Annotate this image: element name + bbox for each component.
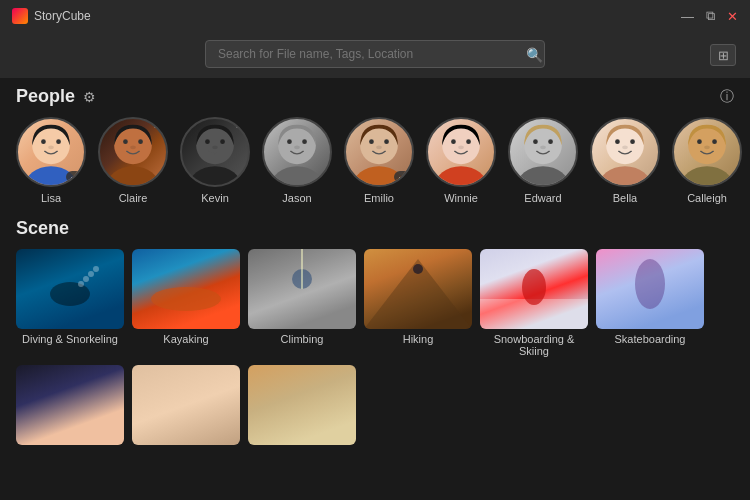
scene-item-skateboarding[interactable]: Skateboarding (596, 249, 704, 357)
svg-point-7 (123, 139, 128, 144)
svg-point-50 (151, 287, 221, 311)
scene-item-snowboarding-skiing[interactable]: Snowboarding & Skiing (480, 249, 588, 357)
avatar-svg (264, 117, 330, 187)
svg-point-5 (107, 166, 160, 187)
person-avatar-kevin: ✏ (180, 117, 250, 187)
person-item-calleigh[interactable]: Calleigh (672, 117, 742, 204)
app-title: StoryCube (34, 9, 91, 23)
person-edit-icon[interactable]: ✏ (236, 121, 244, 132)
avatar-svg (592, 117, 658, 187)
scene-svg (480, 249, 588, 329)
svg-point-18 (302, 139, 307, 144)
person-item-lisa[interactable]: ✏···Lisa (16, 117, 86, 204)
title-bar: StoryCube — ⧉ ✕ (0, 0, 750, 32)
scene-label: Skateboarding (596, 333, 704, 345)
scene-item-diving-snorkeling[interactable]: Diving & Snorkeling (16, 249, 124, 357)
avatar-face (264, 119, 330, 185)
person-item-bella[interactable]: Bella (590, 117, 660, 204)
svg-point-46 (78, 281, 84, 287)
scene-item-climbing[interactable]: Climbing (248, 249, 356, 357)
maximize-button[interactable]: ⧉ (706, 8, 715, 24)
people-row: ✏···Lisa✏Claire✏KevinJason···EmilioWinni… (16, 117, 734, 204)
close-button[interactable]: ✕ (727, 9, 738, 24)
person-name-winnie: Winnie (444, 192, 478, 204)
people-title: People (16, 86, 75, 107)
scene-svg (248, 249, 356, 329)
svg-point-32 (533, 139, 538, 144)
person-item-jason[interactable]: Jason (262, 117, 332, 204)
svg-point-57 (635, 259, 665, 309)
app-icon (12, 8, 28, 24)
person-more-button[interactable]: ··· (394, 171, 410, 183)
scene-svg (132, 249, 240, 329)
svg-point-35 (599, 166, 652, 187)
person-avatar-emilio: ··· (344, 117, 414, 187)
title-bar-left: StoryCube (12, 8, 91, 24)
scene-row2-item-2[interactable] (248, 365, 356, 449)
scene-title: Scene (16, 218, 734, 239)
person-avatar-winnie (426, 117, 496, 187)
svg-point-3 (56, 139, 61, 144)
person-name-emilio: Emilio (364, 192, 394, 204)
person-item-emilio[interactable]: ···Emilio (344, 117, 414, 204)
minimize-button[interactable]: — (681, 9, 694, 24)
search-icon[interactable]: 🔍 (526, 47, 543, 63)
scene-label: Diving & Snorkeling (16, 333, 124, 345)
scene-item-kayaking[interactable]: Kayaking (132, 249, 240, 357)
person-edit-icon[interactable]: ✏ (154, 121, 162, 132)
svg-point-4 (48, 145, 54, 149)
people-settings-icon[interactable]: ⚙ (83, 89, 96, 105)
scene-svg (364, 249, 472, 329)
people-info-icon[interactable]: ⓘ (720, 88, 734, 106)
scene-label: Climbing (248, 333, 356, 345)
svg-point-47 (83, 276, 89, 282)
scene-grid-row2 (16, 365, 734, 449)
svg-point-54 (413, 264, 423, 274)
scene-thumbnail (364, 249, 472, 329)
scene-thumbnail (16, 365, 124, 445)
svg-point-28 (466, 139, 471, 144)
person-avatar-bella (590, 117, 660, 187)
title-bar-controls[interactable]: — ⧉ ✕ (681, 8, 738, 24)
person-item-kevin[interactable]: ✏Kevin (180, 117, 250, 204)
svg-point-17 (287, 139, 292, 144)
header-right-icon[interactable]: ⊞ (710, 44, 736, 66)
people-title-group: People ⚙ (16, 86, 96, 107)
scene-row2-item-0[interactable] (16, 365, 124, 449)
avatar-svg (510, 117, 576, 187)
person-name-calleigh: Calleigh (687, 192, 727, 204)
svg-point-49 (93, 266, 99, 272)
scene-thumbnail (132, 249, 240, 329)
person-name-kevin: Kevin (201, 192, 229, 204)
svg-point-8 (138, 139, 143, 144)
avatar-face (510, 119, 576, 185)
search-bar-wrapper: 🔍 ⊞ (0, 32, 750, 78)
person-avatar-lisa: ✏··· (16, 117, 86, 187)
person-avatar-edward (508, 117, 578, 187)
scene-item-hiking[interactable]: Hiking (364, 249, 472, 357)
avatar-face (674, 119, 740, 185)
person-edit-icon[interactable]: ✏ (72, 121, 80, 132)
svg-point-34 (540, 145, 546, 149)
person-item-edward[interactable]: Edward (508, 117, 578, 204)
scene-label: Kayaking (132, 333, 240, 345)
svg-point-13 (220, 139, 225, 144)
person-item-claire[interactable]: ✏Claire (98, 117, 168, 204)
scene-grid-row1: Diving & SnorkelingKayakingClimbingHikin… (16, 249, 734, 357)
svg-point-40 (681, 166, 734, 187)
svg-point-24 (376, 145, 382, 149)
svg-point-30 (517, 166, 570, 187)
svg-point-15 (271, 166, 324, 187)
scene-row2-item-1[interactable] (132, 365, 240, 449)
svg-point-33 (548, 139, 553, 144)
main-content: People ⚙ ⓘ ✏···Lisa✏Claire✏KevinJason···… (0, 78, 750, 500)
svg-point-48 (88, 271, 94, 277)
scene-thumbnail (248, 365, 356, 445)
search-input[interactable] (205, 40, 545, 68)
person-name-claire: Claire (119, 192, 148, 204)
svg-point-56 (522, 269, 546, 305)
person-more-button[interactable]: ··· (66, 171, 82, 183)
person-item-winnie[interactable]: Winnie (426, 117, 496, 204)
svg-point-2 (41, 139, 46, 144)
scene-thumbnail (248, 249, 356, 329)
